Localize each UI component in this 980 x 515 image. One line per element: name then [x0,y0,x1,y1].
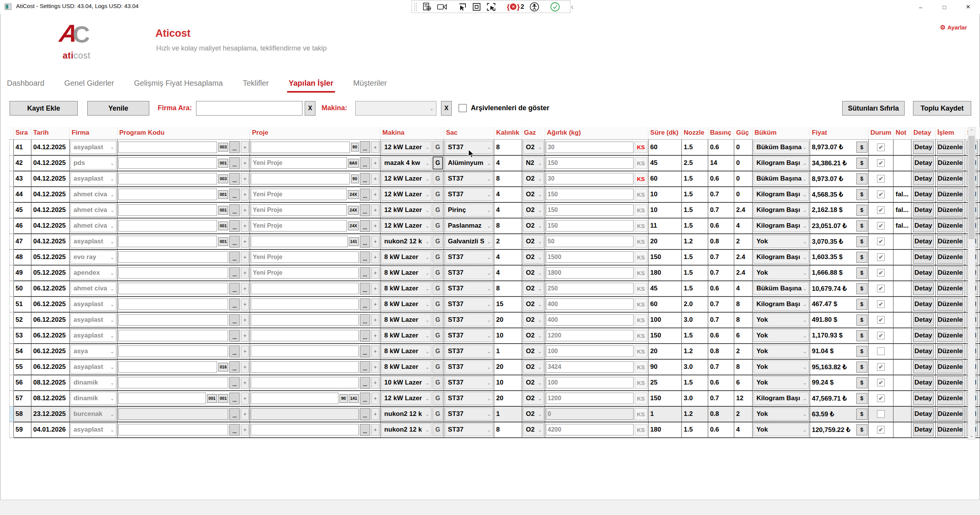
edit-button[interactable]: Düzenle [937,423,963,436]
detail-button[interactable]: Detay [913,392,934,405]
status-checkbox[interactable]: ✔ [877,159,885,167]
weight-input[interactable] [546,393,634,404]
project-add-button[interactable]: + [371,314,379,326]
firm-select[interactable]: evo ray⌄ [70,251,116,264]
project-more-button[interactable]: ... [360,283,370,295]
price-currency-button[interactable]: $ [856,283,867,294]
project-add-button[interactable]: + [371,267,379,279]
settings-link[interactable]: ⚙ Ayarlar [940,24,967,31]
machine-select[interactable]: 8 kW Lazer⌄ [381,329,431,342]
program-code-input[interactable] [118,330,229,341]
tab-teklifler[interactable]: Teklifler [243,79,269,88]
status-checkbox[interactable]: ✔ [877,143,885,151]
program-code-add-button[interactable]: + [241,189,249,200]
firm-select[interactable]: asyaplast⌄ [70,423,116,436]
project-add-button[interactable]: + [371,157,379,169]
ks-button[interactable]: KS [635,298,647,310]
program-code-add-button[interactable]: + [241,346,249,357]
sheet-select[interactable]: ST37⌄ [445,251,493,264]
project-input[interactable] [251,298,359,310]
project-more-button[interactable]: ... [360,393,370,404]
program-code-add-button[interactable]: + [241,141,249,153]
detail-button[interactable]: Detay [913,235,934,248]
detail-button[interactable]: Detay [913,423,934,436]
price-currency-button[interactable]: $ [856,377,867,388]
g-button[interactable]: G [433,376,443,389]
program-code-add-button[interactable]: + [241,377,249,389]
price-currency-button[interactable]: $ [856,409,867,420]
add-record-button[interactable]: Kayıt Ekle [10,101,78,116]
project-more-button[interactable]: ... [360,220,370,232]
close-button[interactable]: ✕ [956,0,980,14]
program-code-add-button[interactable]: + [241,267,249,279]
ks-button[interactable]: KS [635,236,647,248]
machine-select[interactable]: 12 kW Lazer⌄ [381,392,431,405]
weight-input[interactable] [546,220,634,231]
gas-select[interactable]: O2⌄ [523,345,544,358]
project-add-button[interactable]: + [371,189,379,200]
firm-select[interactable]: dinamik⌄ [70,376,116,389]
firm-select[interactable]: asyaplast⌄ [70,235,116,248]
weight-input[interactable] [546,173,634,184]
bend-select[interactable]: Kilogram Başı⌄ [753,251,809,264]
accessibility-icon[interactable] [529,2,539,12]
project-input[interactable] [251,267,359,279]
ks-button[interactable]: KS [635,157,647,169]
select-window-icon[interactable] [486,2,496,12]
ks-button[interactable]: KS [635,314,647,326]
firm-select[interactable]: ahmet civa⌄ [70,204,116,217]
status-checkbox[interactable] [877,410,885,418]
grip-handle-icon[interactable] [413,2,417,12]
firm-select[interactable]: ahmet civa⌄ [70,188,116,201]
project-add-button[interactable]: + [371,408,379,420]
gas-select[interactable]: O2⌄ [523,251,544,264]
price-currency-button[interactable]: $ [856,236,867,247]
record-video-icon[interactable] [437,2,447,12]
machine-select[interactable]: 8 kW Lazer⌄ [381,360,431,373]
machine-select[interactable]: 12 kW Lazer⌄ [381,188,431,201]
tab-gelismis-fiyat-hesaplama[interactable]: Gelişmiş Fiyat Hesaplama [134,79,223,88]
program-code-badge[interactable]: 003 [218,143,228,152]
machine-select[interactable]: 8 kW Lazer⌄ [381,282,431,295]
weight-input[interactable] [546,283,634,294]
program-code-input[interactable] [118,377,229,388]
bend-select[interactable]: Yok⌄ [753,345,809,358]
program-code-more-button[interactable]: ... [229,157,240,169]
ks-button[interactable]: KS [635,361,647,373]
program-code-input[interactable] [118,157,217,169]
weight-input[interactable] [546,142,634,153]
weight-input[interactable] [546,314,634,326]
g-button[interactable]: G [433,266,443,279]
project-more-button[interactable]: ... [360,189,370,200]
weight-input[interactable] [546,189,634,200]
ks-button[interactable]: KS [635,204,647,216]
edit-button[interactable]: Düzenle [937,141,963,154]
status-checkbox[interactable]: ✔ [877,332,885,339]
project-badge[interactable]: 141 [349,394,359,403]
project-add-button[interactable]: + [371,346,379,357]
edit-button[interactable]: Düzenle [937,407,963,420]
status-checkbox[interactable]: ✔ [877,363,885,371]
project-more-button[interactable]: ... [360,173,370,185]
status-checkbox[interactable]: ✔ [877,426,885,434]
detail-button[interactable]: Detay [913,298,934,311]
bend-select[interactable]: Yok⌄ [753,313,809,326]
weight-input[interactable] [546,204,634,216]
firm-select[interactable]: asya⌄ [70,345,116,358]
status-checkbox[interactable]: ✔ [877,379,885,386]
project-add-button[interactable]: + [371,220,379,232]
g-button[interactable]: G [433,407,443,420]
bend-select[interactable]: Büküm Başına⌄ [753,282,809,295]
sheet-select[interactable]: ST37⌄ [445,298,493,311]
program-code-input[interactable] [118,298,229,310]
project-badge[interactable]: 90 [351,174,359,183]
price-currency-button[interactable]: $ [856,173,867,184]
program-code-badge[interactable]: 001 [218,206,228,215]
project-more-button[interactable]: ... [360,267,370,279]
ks-button[interactable]: KS [635,393,647,404]
project-more-button[interactable]: ... [360,204,370,216]
program-code-input[interactable] [118,142,217,153]
ks-button[interactable]: KS [635,283,647,295]
program-code-input[interactable] [118,424,229,435]
project-add-button[interactable]: + [371,173,379,185]
